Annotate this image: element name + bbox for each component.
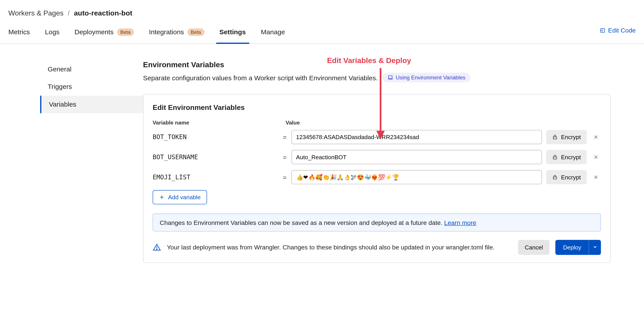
- remove-var-button[interactable]: [591, 152, 601, 162]
- encrypt-button[interactable]: Encrypt: [546, 170, 587, 184]
- equals-sign: =: [282, 134, 287, 141]
- encrypt-label: Encrypt: [561, 154, 581, 160]
- encrypt-label: Encrypt: [561, 174, 581, 180]
- info-banner: Changes to Environment Variables can now…: [153, 214, 601, 232]
- breadcrumb: Workers & Pages / auto-reaction-bot: [0, 0, 644, 23]
- var-value-input[interactable]: [292, 150, 542, 164]
- beta-badge: Beta: [117, 28, 134, 36]
- edit-code-link[interactable]: Edit Code: [600, 27, 636, 34]
- svg-rect-4: [553, 157, 556, 159]
- close-icon: [593, 154, 598, 160]
- tab-bar: Metrics Logs Deployments Beta Integratio…: [0, 23, 644, 44]
- tab-label: Metrics: [8, 28, 30, 36]
- tab-integrations[interactable]: Integrations Beta: [149, 23, 204, 43]
- edit-code-label: Edit Code: [608, 27, 636, 34]
- encrypt-button[interactable]: Encrypt: [546, 150, 587, 164]
- doc-link-label: Using Environment Variables: [396, 74, 466, 80]
- tab-metrics[interactable]: Metrics: [8, 23, 30, 43]
- info-banner-text: Changes to Environment Variables can now…: [160, 219, 444, 226]
- book-icon: [388, 75, 393, 80]
- svg-rect-0: [600, 28, 604, 32]
- sidebar-item-triggers[interactable]: Triggers: [40, 78, 143, 95]
- breadcrumb-separator: /: [68, 9, 70, 18]
- doc-link-pill[interactable]: Using Environment Variables: [383, 73, 470, 82]
- var-row: EMOJI_LIST = Encrypt: [153, 170, 601, 184]
- edit-code-icon: [600, 27, 606, 33]
- equals-sign: =: [282, 174, 287, 181]
- breadcrumb-parent[interactable]: Workers & Pages: [8, 9, 64, 18]
- breadcrumb-current: auto-reaction-bot: [74, 9, 132, 18]
- close-icon: [593, 174, 598, 180]
- warning-text: Your last deployment was from Wrangler. …: [167, 243, 512, 252]
- deploy-menu-button[interactable]: [589, 240, 601, 255]
- lock-icon: [552, 134, 558, 140]
- deploy-button[interactable]: Deploy: [556, 240, 589, 255]
- svg-rect-3: [553, 137, 556, 139]
- add-variable-button[interactable]: Add variable: [153, 190, 207, 204]
- tab-manage[interactable]: Manage: [261, 23, 285, 43]
- tab-label: Logs: [45, 28, 60, 36]
- col-header-value: Value: [286, 119, 601, 126]
- lock-icon: [552, 174, 558, 180]
- learn-more-link[interactable]: Learn more: [444, 219, 476, 226]
- equals-sign: =: [282, 153, 287, 161]
- panel-footer: Your last deployment was from Wrangler. …: [153, 240, 601, 255]
- var-name: BOT_TOKEN: [153, 133, 278, 141]
- var-value-input[interactable]: [292, 130, 542, 144]
- close-icon: [593, 134, 598, 140]
- tab-logs[interactable]: Logs: [45, 23, 60, 43]
- tab-label: Integrations: [149, 28, 184, 36]
- beta-badge: Beta: [187, 28, 204, 36]
- annotation-label: Edit Variables & Deploy: [327, 56, 411, 65]
- sidebar-item-variables[interactable]: Variables: [40, 96, 143, 113]
- tab-settings[interactable]: Settings: [219, 23, 246, 43]
- cancel-button[interactable]: Cancel: [518, 240, 550, 255]
- chevron-down-icon: [593, 244, 598, 249]
- remove-var-button[interactable]: [591, 132, 601, 142]
- annotation-arrow-icon: [376, 68, 385, 139]
- warning-icon: [153, 243, 161, 252]
- sidebar-item-general[interactable]: General: [40, 61, 143, 78]
- tab-label: Deployments: [74, 28, 114, 36]
- plus-icon: [159, 194, 165, 200]
- svg-point-7: [156, 249, 157, 250]
- encrypt-button[interactable]: Encrypt: [546, 130, 587, 144]
- var-name: EMOJI_LIST: [153, 173, 278, 181]
- add-variable-label: Add variable: [168, 194, 201, 201]
- section-description: Separate configuration values from a Wor…: [143, 74, 378, 81]
- tab-label: Manage: [261, 28, 285, 36]
- col-header-name: Variable name: [153, 119, 286, 126]
- var-name: BOT_USERNAME: [153, 153, 278, 161]
- lock-icon: [552, 154, 558, 160]
- remove-var-button[interactable]: [591, 172, 601, 182]
- svg-rect-5: [553, 177, 556, 179]
- var-value-input[interactable]: [292, 170, 542, 184]
- tab-label: Settings: [219, 28, 246, 36]
- encrypt-label: Encrypt: [561, 134, 581, 140]
- settings-sidebar: General Triggers Variables: [0, 61, 143, 263]
- svg-marker-2: [376, 131, 385, 139]
- tab-deployments[interactable]: Deployments Beta: [74, 23, 134, 43]
- var-row: BOT_USERNAME = Encrypt: [153, 150, 601, 164]
